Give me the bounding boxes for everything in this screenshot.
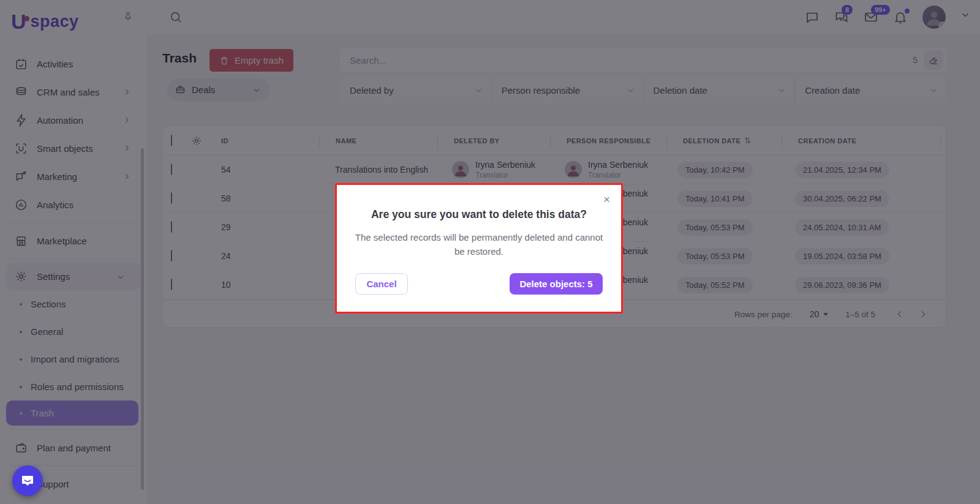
support-chat-fab[interactable] — [12, 465, 43, 496]
close-icon[interactable]: × — [603, 194, 610, 205]
modal-title: Are you sure you want to delete this dat… — [337, 208, 621, 221]
delete-objects-button[interactable]: Delete objects: 5 — [510, 273, 603, 295]
chat-bubble-icon — [20, 473, 35, 488]
cancel-button[interactable]: Cancel — [355, 273, 408, 295]
delete-confirmation-modal: × Are you sure you want to delete this d… — [335, 183, 623, 314]
modal-body-text: The selected records will be permanently… — [353, 231, 605, 258]
modal-actions: Cancel Delete objects: 5 — [355, 273, 603, 295]
